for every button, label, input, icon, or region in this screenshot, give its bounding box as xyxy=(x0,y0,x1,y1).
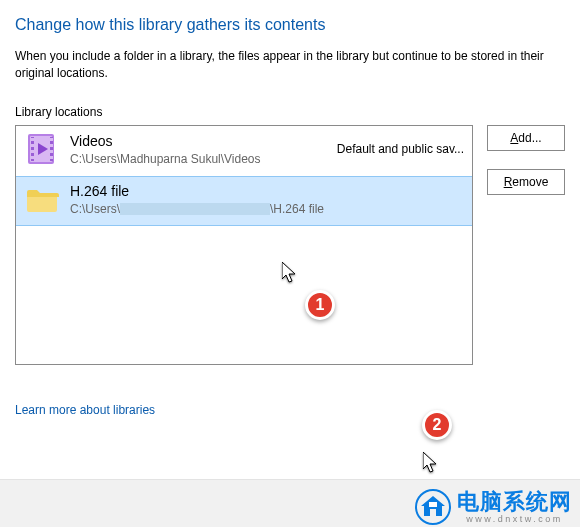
brand-name: 电脑系统网 xyxy=(457,491,572,513)
item-name: Videos xyxy=(70,133,321,150)
dialog-description: When you include a folder in a library, … xyxy=(15,48,565,83)
svg-rect-6 xyxy=(31,150,34,153)
svg-marker-14 xyxy=(423,452,436,472)
folder-icon xyxy=(24,186,60,214)
section-label: Library locations xyxy=(15,105,565,119)
svg-rect-7 xyxy=(31,156,34,159)
redacted-segment xyxy=(120,203,270,215)
house-icon xyxy=(415,489,451,525)
svg-rect-9 xyxy=(50,144,53,147)
svg-rect-8 xyxy=(50,138,53,141)
remove-button[interactable]: Remove xyxy=(487,169,565,195)
annotation-marker: 1 xyxy=(305,290,335,320)
list-item[interactable]: H.264 file C:\Users\\H.264 file xyxy=(16,176,472,226)
brand-url: www.dnxtw.com xyxy=(457,515,572,524)
watermark: 电脑系统网 www.dnxtw.com xyxy=(415,489,572,525)
video-library-icon xyxy=(24,132,60,166)
svg-rect-17 xyxy=(429,502,437,507)
item-status: Default and public sav... xyxy=(331,142,464,156)
svg-rect-11 xyxy=(50,156,53,159)
list-item[interactable]: Videos C:\Users\Madhuparna Sukul\Videos … xyxy=(16,126,472,176)
dialog-title: Change how this library gathers its cont… xyxy=(15,16,565,34)
svg-rect-5 xyxy=(31,144,34,147)
item-path: C:\Users\Madhuparna Sukul\Videos xyxy=(70,152,321,166)
svg-rect-10 xyxy=(50,150,53,153)
annotation-marker: 2 xyxy=(422,410,452,440)
add-button[interactable]: Add... xyxy=(487,125,565,151)
svg-rect-4 xyxy=(31,138,34,141)
learn-more-link[interactable]: Learn more about libraries xyxy=(15,403,155,417)
library-locations-list[interactable]: Videos C:\Users\Madhuparna Sukul\Videos … xyxy=(15,125,473,365)
item-path: C:\Users\\H.264 file xyxy=(70,202,464,216)
item-name: H.264 file xyxy=(70,183,464,200)
